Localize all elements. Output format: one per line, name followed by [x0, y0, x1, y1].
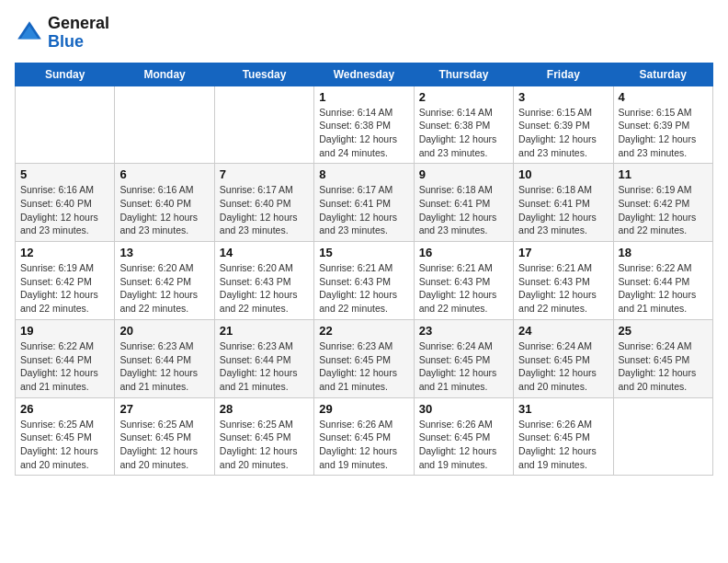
day-number: 29	[319, 402, 408, 416]
calendar-week: 1Sunrise: 6:14 AM Sunset: 6:38 PM Daylig…	[16, 86, 713, 164]
logo: General Blue	[15, 15, 109, 52]
day-info: Sunrise: 6:24 AM Sunset: 6:45 PM Dayligh…	[619, 339, 708, 394]
day-number: 27	[119, 402, 209, 416]
logo-text: General Blue	[48, 15, 109, 52]
day-info: Sunrise: 6:20 AM Sunset: 6:42 PM Dayligh…	[119, 261, 209, 316]
calendar-cell: 20Sunrise: 6:23 AM Sunset: 6:44 PM Dayli…	[115, 319, 214, 397]
day-info: Sunrise: 6:26 AM Sunset: 6:45 PM Dayligh…	[319, 418, 408, 472]
calendar-cell: 3Sunrise: 6:15 AM Sunset: 6:39 PM Daylig…	[514, 86, 613, 164]
calendar-week: 5Sunrise: 6:16 AM Sunset: 6:40 PM Daylig…	[16, 164, 713, 242]
day-info: Sunrise: 6:26 AM Sunset: 6:45 PM Dayligh…	[518, 418, 608, 472]
day-number: 28	[220, 402, 309, 416]
day-number: 5	[20, 167, 109, 181]
day-info: Sunrise: 6:18 AM Sunset: 6:41 PM Dayligh…	[419, 183, 508, 237]
day-number: 24	[518, 324, 608, 338]
day-number: 22	[319, 324, 408, 338]
calendar-cell: 29Sunrise: 6:26 AM Sunset: 6:45 PM Dayli…	[314, 397, 414, 476]
day-info: Sunrise: 6:21 AM Sunset: 6:43 PM Dayligh…	[319, 261, 408, 316]
day-number: 23	[419, 324, 508, 338]
calendar-cell: 7Sunrise: 6:17 AM Sunset: 6:40 PM Daylig…	[214, 164, 313, 242]
day-number: 15	[319, 246, 408, 259]
calendar-cell: 26Sunrise: 6:25 AM Sunset: 6:45 PM Dayli…	[16, 397, 115, 476]
calendar-cell: 10Sunrise: 6:18 AM Sunset: 6:41 PM Dayli…	[514, 164, 613, 242]
day-number: 9	[419, 167, 508, 181]
dow-header: Sunday	[16, 63, 115, 86]
day-info: Sunrise: 6:17 AM Sunset: 6:41 PM Dayligh…	[319, 183, 408, 237]
day-info: Sunrise: 6:17 AM Sunset: 6:40 PM Dayligh…	[220, 183, 309, 237]
day-number: 16	[419, 246, 508, 259]
day-info: Sunrise: 6:22 AM Sunset: 6:44 PM Dayligh…	[619, 261, 708, 316]
dow-header: Friday	[514, 63, 613, 86]
day-number: 4	[619, 90, 708, 104]
day-number: 2	[419, 90, 508, 104]
day-info: Sunrise: 6:20 AM Sunset: 6:43 PM Dayligh…	[220, 261, 309, 316]
day-info: Sunrise: 6:21 AM Sunset: 6:43 PM Dayligh…	[518, 261, 608, 316]
dow-header: Monday	[115, 63, 214, 86]
calendar-cell	[613, 397, 712, 476]
calendar-cell: 19Sunrise: 6:22 AM Sunset: 6:44 PM Dayli…	[16, 319, 115, 397]
dow-header: Thursday	[414, 63, 513, 86]
calendar-cell	[214, 86, 313, 164]
day-info: Sunrise: 6:23 AM Sunset: 6:44 PM Dayligh…	[220, 339, 309, 394]
day-number: 12	[20, 246, 109, 259]
day-number: 30	[419, 402, 508, 416]
day-info: Sunrise: 6:16 AM Sunset: 6:40 PM Dayligh…	[20, 183, 109, 237]
calendar-cell: 1Sunrise: 6:14 AM Sunset: 6:38 PM Daylig…	[314, 86, 414, 164]
day-info: Sunrise: 6:18 AM Sunset: 6:41 PM Dayligh…	[518, 183, 608, 237]
day-info: Sunrise: 6:15 AM Sunset: 6:39 PM Dayligh…	[518, 106, 608, 160]
calendar-cell: 23Sunrise: 6:24 AM Sunset: 6:45 PM Dayli…	[414, 319, 513, 397]
calendar-cell: 8Sunrise: 6:17 AM Sunset: 6:41 PM Daylig…	[314, 164, 414, 242]
calendar-cell: 16Sunrise: 6:21 AM Sunset: 6:43 PM Dayli…	[414, 242, 513, 320]
calendar-cell: 31Sunrise: 6:26 AM Sunset: 6:45 PM Dayli…	[514, 397, 613, 476]
calendar-table: SundayMondayTuesdayWednesdayThursdayFrid…	[15, 63, 713, 477]
day-info: Sunrise: 6:19 AM Sunset: 6:42 PM Dayligh…	[20, 261, 109, 316]
day-number: 17	[518, 246, 608, 259]
calendar-cell: 17Sunrise: 6:21 AM Sunset: 6:43 PM Dayli…	[514, 242, 613, 320]
calendar-cell	[16, 86, 115, 164]
calendar-cell: 15Sunrise: 6:21 AM Sunset: 6:43 PM Dayli…	[314, 242, 414, 320]
day-info: Sunrise: 6:23 AM Sunset: 6:45 PM Dayligh…	[319, 339, 408, 394]
day-number: 25	[619, 324, 708, 338]
calendar-cell: 6Sunrise: 6:16 AM Sunset: 6:40 PM Daylig…	[115, 164, 214, 242]
days-of-week-row: SundayMondayTuesdayWednesdayThursdayFrid…	[16, 63, 713, 86]
calendar-cell: 21Sunrise: 6:23 AM Sunset: 6:44 PM Dayli…	[214, 319, 313, 397]
calendar-cell: 18Sunrise: 6:22 AM Sunset: 6:44 PM Dayli…	[613, 242, 712, 320]
day-info: Sunrise: 6:25 AM Sunset: 6:45 PM Dayligh…	[220, 418, 309, 472]
day-number: 19	[20, 324, 109, 338]
day-info: Sunrise: 6:14 AM Sunset: 6:38 PM Dayligh…	[319, 106, 408, 160]
dow-header: Tuesday	[214, 63, 313, 86]
calendar-cell: 12Sunrise: 6:19 AM Sunset: 6:42 PM Dayli…	[16, 242, 115, 320]
calendar-cell: 24Sunrise: 6:24 AM Sunset: 6:45 PM Dayli…	[514, 319, 613, 397]
calendar-cell: 27Sunrise: 6:25 AM Sunset: 6:45 PM Dayli…	[115, 397, 214, 476]
day-info: Sunrise: 6:21 AM Sunset: 6:43 PM Dayligh…	[419, 261, 508, 316]
calendar-cell: 28Sunrise: 6:25 AM Sunset: 6:45 PM Dayli…	[214, 397, 313, 476]
logo-icon	[15, 18, 44, 48]
calendar-cell: 11Sunrise: 6:19 AM Sunset: 6:42 PM Dayli…	[613, 164, 712, 242]
day-info: Sunrise: 6:24 AM Sunset: 6:45 PM Dayligh…	[518, 339, 608, 394]
day-number: 8	[319, 167, 408, 181]
day-info: Sunrise: 6:25 AM Sunset: 6:45 PM Dayligh…	[119, 418, 209, 472]
day-info: Sunrise: 6:23 AM Sunset: 6:44 PM Dayligh…	[119, 339, 209, 394]
day-info: Sunrise: 6:19 AM Sunset: 6:42 PM Dayligh…	[619, 183, 708, 237]
day-number: 20	[119, 324, 209, 338]
day-number: 3	[518, 90, 608, 104]
calendar-cell: 22Sunrise: 6:23 AM Sunset: 6:45 PM Dayli…	[314, 319, 414, 397]
calendar-cell: 4Sunrise: 6:15 AM Sunset: 6:39 PM Daylig…	[613, 86, 712, 164]
calendar-cell: 25Sunrise: 6:24 AM Sunset: 6:45 PM Dayli…	[613, 319, 712, 397]
calendar-cell: 2Sunrise: 6:14 AM Sunset: 6:38 PM Daylig…	[414, 86, 513, 164]
day-number: 26	[20, 402, 109, 416]
calendar-body: 1Sunrise: 6:14 AM Sunset: 6:38 PM Daylig…	[16, 86, 713, 476]
calendar-cell: 30Sunrise: 6:26 AM Sunset: 6:45 PM Dayli…	[414, 397, 513, 476]
day-info: Sunrise: 6:26 AM Sunset: 6:45 PM Dayligh…	[419, 418, 508, 472]
calendar-week: 26Sunrise: 6:25 AM Sunset: 6:45 PM Dayli…	[16, 397, 713, 476]
day-number: 6	[119, 167, 209, 181]
day-number: 1	[319, 90, 408, 104]
calendar-cell: 14Sunrise: 6:20 AM Sunset: 6:43 PM Dayli…	[214, 242, 313, 320]
day-number: 13	[119, 246, 209, 259]
day-number: 11	[619, 167, 708, 181]
day-number: 18	[619, 246, 708, 259]
day-number: 10	[518, 167, 608, 181]
page-header: General Blue	[15, 15, 713, 52]
day-info: Sunrise: 6:24 AM Sunset: 6:45 PM Dayligh…	[419, 339, 508, 394]
day-number: 7	[220, 167, 309, 181]
